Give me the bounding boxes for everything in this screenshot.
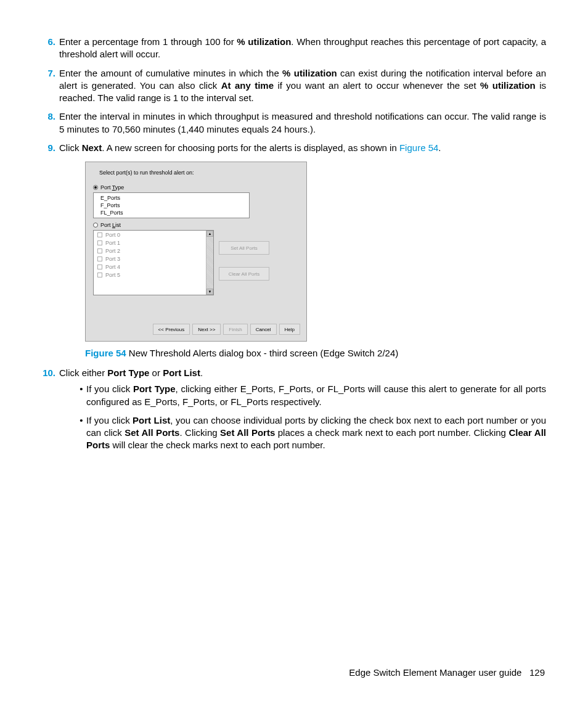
step-8: 8. Enter the interval in minutes in whic…: [42, 110, 546, 136]
help-button[interactable]: Help: [279, 324, 300, 335]
port-label: Port 3: [105, 256, 120, 262]
text: Click either: [59, 367, 107, 378]
port-list-radio[interactable]: Port List: [93, 222, 300, 228]
scroll-track[interactable]: [206, 237, 213, 289]
bold-text: % utilization: [480, 80, 536, 91]
bold-text: Port List: [133, 415, 170, 425]
text: . A new screen for choosing ports for th…: [102, 142, 399, 153]
list-item[interactable]: Port 4: [94, 263, 206, 271]
cancel-button[interactable]: Cancel: [250, 324, 277, 335]
port-label: Port 5: [105, 272, 120, 278]
text: .: [200, 367, 203, 378]
checkbox-icon: [97, 273, 102, 277]
bold-text: Port List: [163, 367, 200, 378]
step-10: 10. Click either Port Type or Port List.…: [42, 367, 546, 458]
set-all-ports-button[interactable]: Set All Ports: [219, 241, 269, 255]
port-label: Port 4: [105, 264, 120, 270]
option-label: E_Ports: [100, 195, 120, 201]
text: will clear the check marks next to each …: [110, 440, 325, 450]
radio-empty-icon: [93, 223, 98, 228]
finish-button[interactable]: Finish: [223, 324, 247, 335]
text: . Clicking: [179, 427, 220, 438]
port-label: Port 0: [105, 232, 120, 238]
text: .: [438, 142, 441, 153]
list-item[interactable]: Port 1: [94, 239, 206, 247]
radio-label: Port List: [100, 222, 121, 228]
step-number: 6.: [42, 36, 59, 61]
threshold-alerts-dialog: Select port(s) to run threshold alert on…: [85, 162, 307, 342]
bold-text: % utilization: [237, 36, 291, 47]
text: Enter the amount of cumulative minutes i…: [59, 68, 282, 78]
text: If you click: [86, 415, 133, 425]
step-number: 7.: [42, 67, 59, 105]
port-list-box: Port 0 Port 1 Port 2 Port 3 Port 4 Port …: [93, 230, 214, 295]
scrollbar[interactable]: ▲ ▼: [206, 231, 213, 295]
bold-text: Next: [82, 142, 102, 153]
text: Enter a percentage from 1 through 100 fo…: [59, 36, 237, 47]
sub-body: If you click Port List, you can choose i…: [86, 414, 546, 452]
option-f-ports[interactable]: F_Ports: [94, 202, 249, 209]
bold-text: Set All Ports: [125, 427, 179, 438]
scroll-down-icon[interactable]: ▼: [206, 289, 213, 295]
text: If you click: [86, 384, 133, 394]
page-footer: Edge Switch Element Manager user guide 1…: [349, 667, 545, 678]
bold-text: Port Type: [133, 384, 176, 394]
step-body: Click Next. A new screen for choosing po…: [59, 142, 546, 154]
radio-selected-icon: [93, 185, 98, 190]
checkbox-icon: [97, 232, 102, 237]
step-7: 7. Enter the amount of cumulative minute…: [42, 67, 546, 105]
option-label: FL_Ports: [100, 210, 123, 216]
scroll-up-icon[interactable]: ▲: [206, 231, 213, 237]
checkbox-icon: [97, 257, 102, 261]
port-label: Port 2: [105, 248, 120, 254]
option-label: F_Ports: [100, 202, 120, 208]
figure-label: Figure 54: [85, 348, 126, 358]
bullet-icon: •: [76, 414, 86, 452]
checkbox-icon: [97, 248, 102, 253]
step-body: Click either Port Type or Port List. • I…: [59, 367, 546, 458]
list-item[interactable]: Port 3: [94, 255, 206, 263]
step-9: 9. Click Next. A new screen for choosing…: [42, 142, 546, 154]
sub-body: If you click Port Type, clicking either …: [86, 383, 546, 408]
page-number: 129: [529, 667, 545, 678]
text: Enter the interval in minutes in which t…: [59, 111, 546, 134]
bold-text: Port Type: [107, 367, 149, 378]
port-label: Port 1: [105, 240, 120, 246]
list-item[interactable]: Port 2: [94, 247, 206, 255]
option-fl-ports[interactable]: FL_Ports: [94, 209, 249, 216]
text: places a check mark next to each port nu…: [275, 427, 508, 438]
step-body: Enter a percentage from 1 through 100 fo…: [59, 36, 546, 61]
footer-text: Edge Switch Element Manager user guide: [349, 667, 521, 678]
figure-caption: Figure 54 New Threshold Alerts dialog bo…: [85, 348, 546, 358]
step-body: Enter the interval in minutes in which t…: [59, 110, 546, 136]
figure-link[interactable]: Figure 54: [399, 142, 438, 153]
radio-label: Port Type: [100, 184, 124, 191]
option-e-ports[interactable]: E_Ports: [94, 194, 249, 202]
bold-text: % utilization: [282, 68, 337, 78]
bold-text: At any time: [221, 80, 274, 91]
bold-text: Set All Ports: [220, 427, 275, 438]
step-6: 6. Enter a percentage from 1 through 100…: [42, 36, 546, 61]
sub-bullet-b: • If you click Port List, you can choose…: [76, 414, 546, 452]
checkbox-icon: [97, 265, 102, 269]
step-number: 9.: [42, 142, 59, 154]
next-button[interactable]: Next >>: [192, 324, 221, 335]
text: or: [149, 367, 163, 378]
step-number: 10.: [42, 367, 59, 458]
step-number: 8.: [42, 110, 59, 136]
sub-bullet-a: • If you click Port Type, clicking eithe…: [76, 383, 546, 408]
text: if you want an alert to occur whenever t…: [274, 80, 480, 91]
list-item[interactable]: Port 5: [94, 271, 206, 279]
list-item[interactable]: Port 0: [94, 231, 206, 239]
previous-button[interactable]: << Previous: [153, 324, 190, 335]
port-type-options-box: E_Ports F_Ports FL_Ports: [93, 192, 250, 218]
step-body: Enter the amount of cumulative minutes i…: [59, 67, 546, 105]
clear-all-ports-button[interactable]: Clear All Ports: [219, 267, 269, 281]
figure-text: New Threshold Alerts dialog box - third …: [126, 348, 399, 358]
checkbox-icon: [97, 240, 102, 245]
bullet-icon: •: [76, 383, 86, 408]
port-type-radio[interactable]: Port Type: [93, 184, 300, 191]
text: Click: [59, 142, 82, 153]
dialog-instruction: Select port(s) to run threshold alert on…: [99, 170, 300, 176]
